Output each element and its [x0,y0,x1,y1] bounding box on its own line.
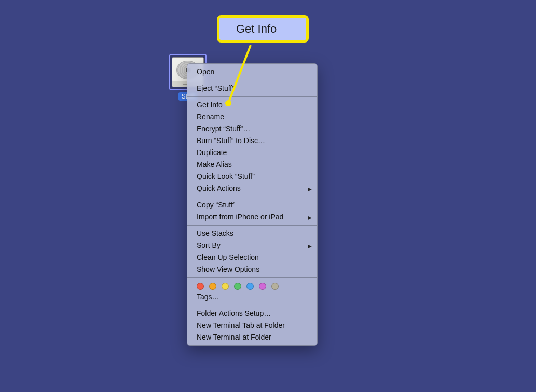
menu-item-new-terminal-tab-at-folder[interactable]: New Terminal Tab at Folder [187,319,317,331]
tag-color-dot[interactable] [222,283,229,290]
menu-item-new-terminal-at-folder[interactable]: New Terminal at Folder [187,331,317,343]
menu-item-open[interactable]: Open [187,66,317,78]
context-menu: OpenEject “Stuff”Get InfoRenameEncrypt “… [187,63,318,346]
menu-item-burn-stuff-to-disc[interactable]: Burn “Stuff” to Disc… [187,135,317,147]
callout-text: Get Info [236,22,277,36]
tag-color-dot[interactable] [246,283,254,290]
tag-color-dot[interactable] [197,283,204,290]
menu-item-folder-actions-setup[interactable]: Folder Actions Setup… [187,307,317,319]
menu-separator [187,225,317,226]
tag-color-dot[interactable] [209,283,216,290]
menu-item-duplicate[interactable]: Duplicate [187,147,317,159]
tag-color-dot[interactable] [259,283,266,290]
menu-item-clean-up-selection[interactable]: Clean Up Selection [187,251,317,263]
menu-item-make-alias[interactable]: Make Alias [187,159,317,171]
menu-separator [187,80,317,80]
menu-item-copy-stuff[interactable]: Copy “Stuff” [187,199,317,211]
menu-tags-row [187,280,317,291]
menu-item-show-view-options[interactable]: Show View Options [187,263,317,275]
callout-get-info: Get Info [217,15,309,43]
chevron-right-icon: ▶ [308,241,312,250]
tag-color-dot[interactable] [271,283,279,290]
tag-color-dot[interactable] [234,283,241,290]
menu-separator [187,305,317,305]
chevron-right-icon: ▶ [308,212,312,222]
menu-item-rename[interactable]: Rename [187,111,317,123]
menu-separator [187,277,317,278]
menu-item-eject-stuff[interactable]: Eject “Stuff” [187,82,317,94]
menu-separator [187,197,317,197]
menu-separator [187,96,317,97]
menu-item-quick-look-stuff[interactable]: Quick Look “Stuff” [187,171,317,183]
menu-item-use-stacks[interactable]: Use Stacks [187,228,317,240]
menu-item-sort-by[interactable]: Sort By▶ [187,240,317,251]
menu-item-tags[interactable]: Tags… [187,291,317,303]
menu-item-quick-actions[interactable]: Quick Actions▶ [187,183,317,194]
menu-item-encrypt-stuff[interactable]: Encrypt “Stuff”… [187,123,317,135]
menu-item-get-info[interactable]: Get Info [187,99,317,111]
chevron-right-icon: ▶ [308,184,312,193]
menu-item-import-from-iphone-or-ipad[interactable]: Import from iPhone or iPad▶ [187,211,317,223]
